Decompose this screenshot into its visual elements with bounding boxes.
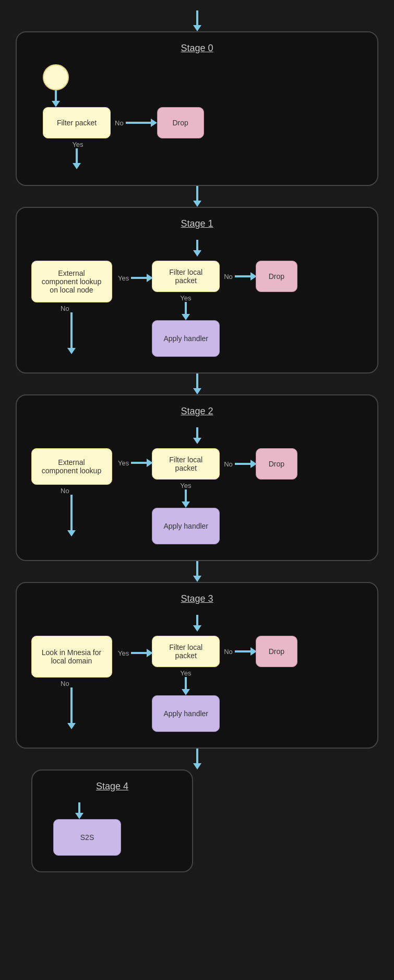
drop-node-s3: Drop [256, 636, 297, 667]
arrow-yes-right-s1 [131, 274, 152, 282]
stage2-entry-arrow [193, 427, 201, 444]
filter-local-packet-s2: Filter local packet [152, 448, 220, 480]
filter-local-packet-s1: Filter local packet [152, 261, 220, 292]
entry-arrow-top [194, 10, 200, 31]
connector-3-4 [194, 749, 200, 769]
stage-4: Stage 4 S2S [31, 769, 193, 872]
connector-1-2 [194, 374, 200, 394]
arrow-no-left-s3 [67, 687, 76, 729]
arrow-no-right-s3 [235, 647, 256, 656]
stage-3: Stage 3 Look in Mnesia for local domain … [16, 582, 378, 749]
stage1-entry-arrow [193, 240, 201, 256]
yes-label-stage0: Yes [72, 141, 83, 148]
arrow-no-left-s1 [67, 312, 76, 354]
yes-label-down-s2: Yes [180, 482, 191, 489]
arrow-yes-right-s3 [131, 649, 152, 657]
mnesia-local-domain-s3: Look in Mnesia for local domain [31, 636, 112, 678]
yes-label-right-s3: Yes [118, 649, 129, 657]
external-lookup-local-node: External component lookup on local node [31, 261, 112, 302]
arrow-no-left-s2 [67, 495, 76, 536]
s2s-node: S2S [53, 819, 121, 856]
apply-handler-s2: Apply handler [152, 508, 220, 544]
yes-label-right-s1: Yes [118, 274, 129, 282]
stage-1-title: Stage 1 [27, 218, 367, 229]
stage-1: Stage 1 External component lookup on loc… [16, 207, 378, 374]
no-label-left-s3: No [61, 680, 69, 687]
drop-node-s1: Drop [256, 261, 297, 292]
no-label-right-s2: No [224, 460, 233, 468]
start-circle [43, 64, 69, 90]
arrow-yes-right-s2 [131, 459, 152, 467]
stage-2-title: Stage 2 [27, 406, 367, 417]
yes-label-right-s2: Yes [118, 459, 129, 467]
stage-0-title: Stage 0 [27, 43, 367, 54]
stage-4-title: Stage 4 [43, 781, 182, 792]
stage-3-title: Stage 3 [27, 593, 367, 604]
arrow-yes-down-s3 [182, 677, 190, 695]
filter-packet-node: Filter packet [43, 107, 111, 138]
no-label-left-s1: No [61, 305, 69, 312]
arrow-no-right-s1 [235, 272, 256, 281]
yes-label-down-s3: Yes [180, 669, 191, 677]
stage-2: Stage 2 External component lookup No Yes [16, 394, 378, 561]
arrow-yes-down-s1 [182, 302, 190, 320]
arrow-yes-stage0 [73, 148, 81, 169]
connector-2-3 [194, 561, 200, 582]
external-lookup-s2: External component lookup [31, 448, 112, 485]
no-label-right-s1: No [224, 273, 233, 281]
stage3-entry-arrow [193, 615, 201, 632]
arrow-no-right-s2 [235, 460, 256, 468]
drop-node-s2: Drop [256, 448, 297, 480]
apply-handler-s3: Apply handler [152, 695, 220, 732]
stage-0: Stage 0 Filter packet No [16, 31, 378, 186]
filter-local-packet-s3: Filter local packet [152, 636, 220, 667]
no-label-stage0: No [115, 119, 124, 127]
stage4-entry-arrow [75, 802, 83, 819]
apply-handler-s1: Apply handler [152, 320, 220, 357]
arrow-circle-to-filter [52, 90, 60, 107]
no-label-left-s2: No [61, 487, 69, 495]
arrow-no-stage0 [126, 119, 157, 127]
drop-node-stage0: Drop [157, 107, 204, 138]
connector-0-1 [194, 186, 200, 207]
no-label-right-s3: No [224, 648, 233, 656]
arrow-yes-down-s2 [182, 489, 190, 508]
yes-label-down-s1: Yes [180, 294, 191, 302]
